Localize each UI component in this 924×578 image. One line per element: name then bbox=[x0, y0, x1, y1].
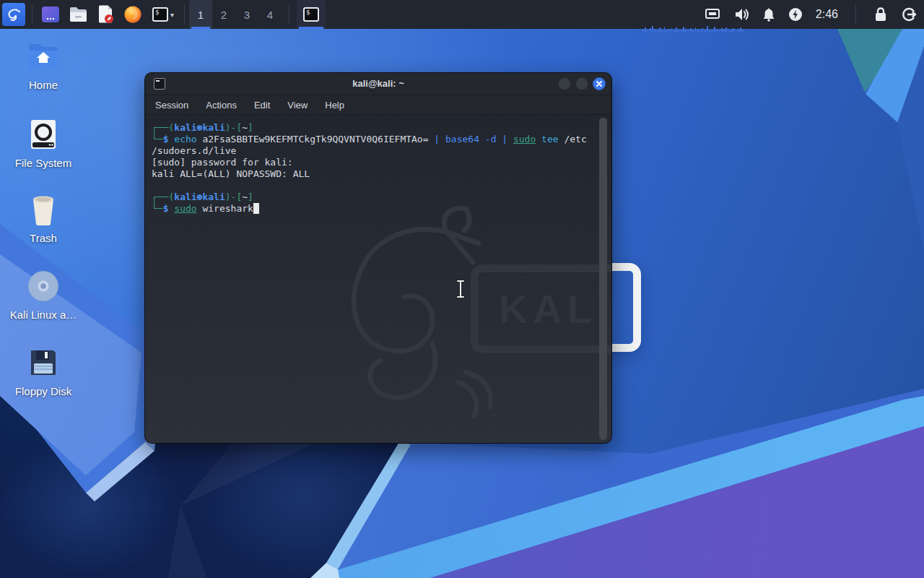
menu-view[interactable]: View bbox=[287, 100, 308, 111]
workspace-2[interactable]: 2 bbox=[212, 0, 235, 29]
lock-screen-icon[interactable] bbox=[873, 7, 888, 22]
desktop-icon-label: Trash bbox=[30, 232, 57, 244]
workspace-3[interactable]: 3 bbox=[235, 0, 258, 29]
home-folder-icon bbox=[26, 39, 61, 74]
menu-actions[interactable]: Actions bbox=[206, 100, 237, 111]
desktop-icon-label: File System bbox=[15, 157, 71, 169]
cd-disc-icon bbox=[26, 269, 61, 303]
document-icon bbox=[97, 5, 114, 24]
volume-icon[interactable] bbox=[733, 7, 749, 22]
workspace-4[interactable]: 4 bbox=[258, 0, 282, 29]
logout-icon[interactable] bbox=[901, 7, 917, 22]
applications-menu-button[interactable] bbox=[2, 3, 25, 26]
close-icon bbox=[596, 81, 602, 87]
panel-separator bbox=[32, 5, 32, 24]
menu-session[interactable]: Session bbox=[155, 100, 188, 111]
launcher-whisker[interactable] bbox=[37, 0, 64, 29]
folder-icon bbox=[69, 6, 88, 23]
menu-edit[interactable]: Edit bbox=[254, 100, 270, 111]
desktop-icon-floppy[interactable]: Floppy Disk bbox=[9, 345, 78, 397]
desktop-icon-trash[interactable]: Trash bbox=[9, 192, 78, 244]
kali-watermark-box: KALI bbox=[471, 264, 612, 353]
launcher-firefox[interactable] bbox=[119, 0, 147, 29]
trash-icon bbox=[26, 192, 61, 227]
desktop: KALI Home File System bbox=[0, 0, 924, 578]
menu-help[interactable]: Help bbox=[325, 100, 344, 111]
power-manager-icon[interactable] bbox=[788, 7, 803, 22]
terminal-scrollbar[interactable] bbox=[599, 118, 607, 440]
close-button[interactable] bbox=[593, 77, 606, 90]
system-tray: 2:46 bbox=[705, 5, 924, 24]
terminal-icon bbox=[303, 7, 319, 22]
desktop-icon-label: Home bbox=[29, 79, 58, 91]
panel-separator bbox=[184, 5, 185, 24]
panel-separator bbox=[855, 5, 856, 24]
window-titlebar[interactable]: kali@kali: ~ bbox=[145, 73, 611, 95]
terminal-window: kali@kali: ~ Session Actions Edit View H… bbox=[144, 72, 612, 444]
clock[interactable]: 2:46 bbox=[816, 8, 838, 21]
kali-watermark-text: KALI bbox=[499, 285, 612, 332]
firefox-icon bbox=[123, 5, 142, 24]
terminal-lines: ┌──(kali⊛kali)-[~]└─$ echo a2FsaSBBTEw9K… bbox=[152, 122, 587, 215]
launcher-text-editor[interactable] bbox=[92, 0, 119, 29]
text-cursor-pointer bbox=[455, 279, 466, 299]
terminal-icon bbox=[152, 7, 168, 22]
terminal-content[interactable]: KALI ┌──(kali⊛kali)-[~]└─$ echo a2FsaSBB… bbox=[145, 115, 611, 444]
audio-visualizer bbox=[642, 24, 744, 32]
desktop-icon-home[interactable]: Home bbox=[9, 39, 78, 91]
minimize-button[interactable] bbox=[558, 77, 571, 90]
drive-icon bbox=[26, 117, 61, 152]
panel-separator bbox=[289, 5, 289, 24]
workspace-1[interactable]: 1 bbox=[189, 0, 212, 29]
app-window-icon bbox=[41, 5, 60, 24]
desktop-icon-label: Floppy Disk bbox=[15, 385, 71, 397]
desktop-icon-kali-cd[interactable]: Kali Linux a… bbox=[9, 269, 78, 321]
desktop-icon-file-system[interactable]: File System bbox=[9, 117, 78, 169]
taskbar-item-terminal[interactable] bbox=[297, 0, 326, 29]
maximize-button[interactable] bbox=[575, 77, 588, 90]
desktop-icon-label: Kali Linux a… bbox=[10, 309, 77, 321]
window-menubar: Session Actions Edit View Help bbox=[145, 95, 611, 115]
kali-logo-icon bbox=[6, 7, 22, 22]
floppy-disk-icon bbox=[26, 345, 61, 380]
chevron-down-icon: ▾ bbox=[170, 11, 174, 19]
launcher-file-manager[interactable] bbox=[64, 0, 92, 29]
top-panel: ▾ 1 2 3 4 bbox=[0, 0, 924, 29]
launcher-terminal[interactable]: ▾ bbox=[147, 0, 180, 29]
window-title: kali@kali: ~ bbox=[145, 73, 611, 95]
notifications-bell-icon[interactable] bbox=[762, 7, 775, 22]
network-icon[interactable] bbox=[705, 8, 720, 21]
